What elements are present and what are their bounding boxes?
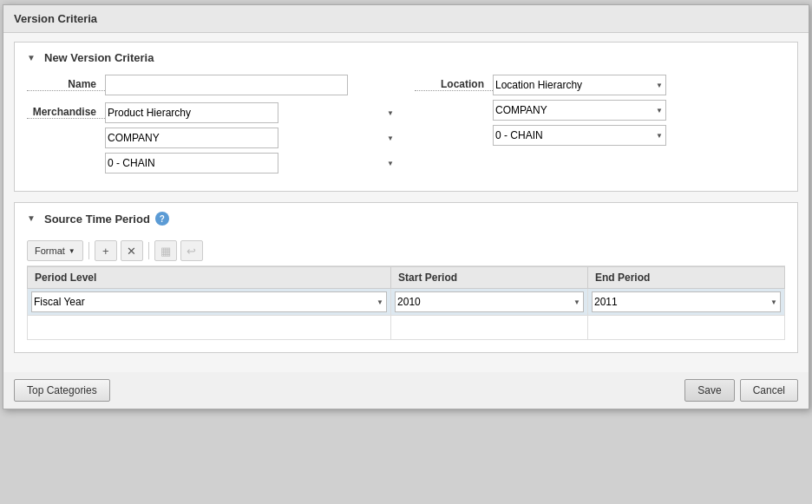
name-controls — [105, 75, 397, 95]
name-label: Name — [27, 75, 105, 91]
end-period-dropdown[interactable]: 2011 — [592, 291, 781, 312]
start-period-select[interactable]: 2010 — [395, 291, 584, 312]
name-input[interactable] — [105, 75, 348, 95]
merchandise-select-3[interactable]: 0 - CHAIN — [105, 153, 278, 173]
location-dropdown-2[interactable]: COMPANY — [493, 100, 666, 121]
help-icon[interactable]: ? — [155, 212, 169, 226]
period-level-select[interactable]: Fiscal Year — [31, 291, 387, 312]
merchandise-label: Merchandise — [27, 102, 105, 119]
merchandise-row: Merchandise Product Hierarchy COMPANY — [27, 102, 397, 173]
footer-left: Top Categories — [14, 379, 110, 402]
nvc-section-title: New Version Criteria — [44, 51, 154, 64]
top-categories-button[interactable]: Top Categories — [14, 379, 110, 402]
grid-button: ▦ — [154, 240, 177, 261]
add-icon: + — [102, 245, 109, 258]
location-select-3[interactable]: 0 - CHAIN — [493, 125, 666, 146]
merchandise-dropdown-1[interactable]: Product Hierarchy — [105, 102, 397, 123]
end-period-cell: 2011 — [588, 289, 785, 316]
period-level-cell: Fiscal Year — [28, 289, 391, 316]
location-controls: Location Hierarchy COMPANY 0 - CHAIN — [493, 75, 666, 146]
period-level-dropdown[interactable]: Fiscal Year — [31, 291, 387, 312]
start-period-cell: 2010 — [391, 289, 588, 316]
merchandise-controls: Product Hierarchy COMPANY 0 - CHAIN — [105, 102, 397, 173]
add-button[interactable]: + — [95, 240, 117, 261]
cancel-button[interactable]: Cancel — [740, 379, 798, 402]
nvc-layout: Name Merchandise Product Hierarchy — [27, 75, 785, 179]
location-row: Location Location Hierarchy COMPANY — [415, 75, 785, 146]
location-dropdown-3[interactable]: 0 - CHAIN — [493, 125, 666, 146]
arrow-button: ↩ — [180, 240, 203, 261]
table-row: Fiscal Year 2010 — [28, 289, 785, 316]
save-button[interactable]: Save — [684, 379, 734, 402]
version-criteria-dialog: Version Criteria ▼ New Version Criteria … — [3, 4, 809, 409]
col-period-level: Period Level — [28, 267, 391, 289]
dialog-body: ▼ New Version Criteria Name Merchandise — [3, 33, 809, 372]
delete-button[interactable]: ✕ — [121, 240, 143, 261]
collapse-arrow-icon[interactable]: ▼ — [27, 52, 39, 64]
period-table: Period Level Start Period End Period Fis… — [27, 266, 785, 340]
location-dropdown-1[interactable]: Location Hierarchy — [493, 75, 666, 95]
table-header: Period Level Start Period End Period — [28, 267, 785, 289]
merchandise-dropdown-3[interactable]: 0 - CHAIN — [105, 153, 397, 173]
nvc-right: Location Location Hierarchy COMPANY — [415, 75, 785, 179]
delete-icon: ✕ — [127, 245, 136, 258]
stp-section-header: ▼ Source Time Period ? — [27, 212, 785, 226]
format-label: Format — [35, 245, 65, 256]
location-label: Location — [415, 75, 493, 91]
empty-cell-2 — [391, 316, 588, 340]
nvc-section-header: ▼ New Version Criteria — [27, 51, 785, 64]
nvc-left: Name Merchandise Product Hierarchy — [27, 75, 397, 179]
empty-row — [28, 316, 785, 340]
new-version-criteria-section: ▼ New Version Criteria Name Merchandise — [14, 42, 798, 192]
grid-icon: ▦ — [160, 245, 171, 258]
dialog-footer: Top Categories Save Cancel — [3, 372, 809, 409]
empty-cell-3 — [588, 316, 785, 340]
stp-toolbar: Format ▼ + ✕ ▦ ↩ — [27, 236, 785, 266]
name-row: Name — [27, 75, 397, 95]
arrow-icon: ↩ — [187, 245, 196, 258]
location-select-1[interactable]: Location Hierarchy — [493, 75, 666, 95]
start-period-dropdown[interactable]: 2010 — [395, 291, 584, 312]
footer-right: Save Cancel — [684, 379, 798, 402]
col-start-period: Start Period — [391, 267, 588, 289]
col-end-period: End Period — [588, 267, 785, 289]
toolbar-sep-2 — [148, 242, 149, 259]
table-body: Fiscal Year 2010 — [28, 289, 785, 340]
format-chevron-icon: ▼ — [69, 247, 75, 255]
source-time-period-section: ▼ Source Time Period ? Format ▼ + ✕ — [14, 202, 798, 353]
empty-cell-1 — [28, 316, 391, 340]
merchandise-select-1[interactable]: Product Hierarchy — [105, 102, 278, 123]
stp-section-title: Source Time Period — [44, 213, 150, 226]
end-period-select[interactable]: 2011 — [592, 291, 781, 312]
dialog-title: Version Criteria — [3, 5, 809, 33]
stp-collapse-arrow-icon[interactable]: ▼ — [27, 213, 39, 225]
toolbar-sep-1 — [88, 242, 89, 259]
merchandise-dropdown-2[interactable]: COMPANY — [105, 128, 397, 148]
merchandise-select-2[interactable]: COMPANY — [105, 128, 278, 148]
format-button[interactable]: Format ▼ — [27, 240, 83, 261]
location-select-2[interactable]: COMPANY — [493, 100, 666, 121]
